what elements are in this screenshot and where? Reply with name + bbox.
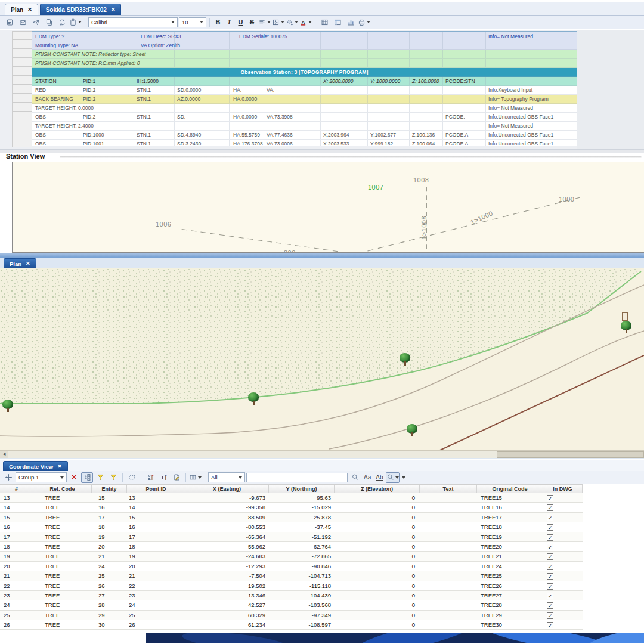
- spreadsheet-cell[interactable]: Info= Topography Program: [488, 95, 549, 104]
- coordinate-row[interactable]: 23TREE272313.346-104.4390TREE27✓: [0, 591, 583, 600]
- tree-icon[interactable]: [620, 321, 632, 336]
- coordinate-cell[interactable]: 13: [129, 493, 135, 503]
- row-header[interactable]: [12, 138, 32, 147]
- row-header[interactable]: [12, 31, 32, 40]
- coordinate-cell[interactable]: -62.764: [269, 542, 331, 552]
- spreadsheet-cell[interactable]: PID:1000: [83, 131, 104, 140]
- coordinate-cell[interactable]: TREE: [45, 503, 60, 512]
- row-header[interactable]: [12, 67, 32, 76]
- spreadsheet-cell[interactable]: VA:73.0006: [267, 140, 293, 146]
- tree-view-toggle[interactable]: [81, 472, 93, 483]
- tree-icon[interactable]: [399, 353, 411, 369]
- coordinate-cell[interactable]: 95.63: [269, 493, 331, 503]
- coordinate-row[interactable]: 26TREE302661.234-108.5970TREE30✓: [0, 620, 583, 630]
- group-select[interactable]: Group 1: [16, 472, 67, 482]
- spreadsheet-cell[interactable]: VA:: [267, 86, 274, 95]
- coordinate-cell[interactable]: 20: [4, 562, 10, 571]
- coordinate-cell[interactable]: 0: [335, 542, 415, 552]
- strikethrough-button[interactable]: S: [247, 18, 257, 26]
- filter-dwg-icon[interactable]: [107, 472, 119, 483]
- spreadsheet-cell[interactable]: OBS: [35, 140, 46, 146]
- spreadsheet-row[interactable]: Observation Station: 3 [TOPOGRAPHY PROGR…: [32, 68, 577, 77]
- coordinate-cell[interactable]: 29: [98, 611, 105, 620]
- coordinate-row[interactable]: 18TREE2018-55.962-62.7640TREE20✓: [0, 542, 583, 552]
- spreadsheet-cell[interactable]: PCODE:STN: [445, 77, 475, 86]
- in-dwg-checkbox[interactable]: ✓: [547, 504, 553, 511]
- coordinate-cell[interactable]: 0: [335, 493, 415, 503]
- row-header[interactable]: [12, 103, 32, 112]
- coordinate-cell[interactable]: -104.713: [269, 571, 331, 581]
- coordinate-cell[interactable]: -37.45: [269, 522, 331, 532]
- spreadsheet-cell[interactable]: PID:1: [83, 77, 95, 86]
- coordinate-cell[interactable]: 0: [335, 522, 415, 532]
- coordinate-cell[interactable]: 18: [129, 542, 135, 552]
- station-view-canvas[interactable]: 10061007100810001>10081>1000800: [12, 162, 644, 253]
- in-dwg-checkbox[interactable]: ✓: [547, 515, 553, 521]
- coordinate-cell[interactable]: TREE: [45, 600, 60, 610]
- spreadsheet-cell[interactable]: VA:73.3908: [267, 113, 293, 122]
- coordinate-cell[interactable]: 26: [4, 620, 10, 630]
- spreadsheet-cell[interactable]: STN:1: [137, 113, 151, 122]
- spreadsheet-cell[interactable]: Info= Not Measured: [488, 122, 533, 131]
- in-dwg-checkbox[interactable]: ✓: [547, 573, 553, 580]
- coordinate-cell[interactable]: -55.962: [185, 542, 265, 552]
- spreadsheet-cell[interactable]: STATION: [35, 77, 57, 86]
- coordinate-cell[interactable]: 30: [98, 620, 105, 630]
- spreadsheet-row[interactable]: OBSPID:1000STN:1SD:4.8940HA:55.5759VA:77…: [32, 131, 577, 140]
- in-dwg-checkbox[interactable]: ✓: [547, 553, 553, 560]
- coordinate-cell[interactable]: 21: [129, 571, 135, 581]
- coordinate-cell[interactable]: 0: [335, 581, 415, 591]
- coordinate-cell[interactable]: TREE21: [481, 552, 502, 561]
- spreadsheet-cell[interactable]: STN:1: [137, 95, 151, 104]
- coordinate-cell[interactable]: -25.878: [269, 513, 331, 522]
- coordinate-cell[interactable]: 18: [4, 542, 10, 552]
- spreadsheet-row[interactable]: STATIONPID:1IH:1.5000X: 2000.0000Y: 1000…: [32, 77, 577, 86]
- column-header[interactable]: Point ID: [127, 485, 185, 494]
- spreadsheet-cell[interactable]: TARGET HEIGHT: 2.4000: [35, 122, 94, 131]
- spreadsheet-cell[interactable]: RED: [35, 86, 46, 95]
- coordinate-cell[interactable]: TREE: [45, 542, 60, 552]
- whole-word-button[interactable]: Ab: [374, 474, 385, 481]
- coordinate-cell[interactable]: 18: [98, 522, 105, 532]
- spreadsheet-cell[interactable]: Info:Uncorrected OBS Face1: [488, 131, 553, 140]
- coordinate-cell[interactable]: 24: [4, 600, 10, 610]
- coordinate-cell[interactable]: 0: [335, 552, 415, 561]
- row-header[interactable]: [12, 120, 32, 129]
- spreadsheet-cell[interactable]: OBS: [35, 131, 46, 140]
- tab-plan-map[interactable]: Plan ✕: [4, 258, 36, 268]
- underline-button[interactable]: U: [236, 18, 246, 26]
- coordinate-cell[interactable]: 24: [129, 600, 135, 610]
- coordinate-cell[interactable]: TREE: [45, 532, 60, 542]
- font-family-select[interactable]: Calibri: [88, 17, 178, 27]
- column-header[interactable]: Y (Northing): [269, 485, 335, 494]
- close-icon[interactable]: ✕: [57, 463, 62, 469]
- in-dwg-checkbox[interactable]: ✓: [547, 495, 553, 501]
- spreadsheet-cell[interactable]: Info= Not Measured: [488, 104, 533, 113]
- coordinate-cell[interactable]: 0: [335, 571, 415, 581]
- coordinate-cell[interactable]: -65.364: [185, 532, 265, 542]
- spreadsheet-scroll-strip[interactable]: [0, 149, 644, 153]
- spreadsheet-row[interactable]: TARGET HEIGHT: 2.4000Info= Not Measured: [32, 122, 577, 131]
- send-icon[interactable]: [30, 17, 42, 27]
- spreadsheet-cell[interactable]: HA:0.0000: [233, 113, 257, 122]
- coordinate-row[interactable]: 13TREE1513-9.67395.630TREE15✓: [0, 493, 583, 503]
- italic-button[interactable]: I: [224, 18, 234, 26]
- in-dwg-checkbox[interactable]: ✓: [547, 593, 553, 599]
- in-dwg-checkbox[interactable]: ✓: [547, 544, 553, 550]
- in-dwg-checkbox[interactable]: ✓: [547, 622, 553, 628]
- coordinate-cell[interactable]: 26: [129, 620, 135, 630]
- match-case-button[interactable]: Aa: [362, 474, 373, 481]
- delete-group-button[interactable]: ✕: [68, 472, 80, 483]
- coordinate-cell[interactable]: 16: [129, 522, 135, 532]
- coordinate-cell[interactable]: TREE19: [481, 532, 502, 542]
- search-button[interactable]: [386, 472, 400, 483]
- coordinate-cell[interactable]: TREE: [45, 620, 60, 630]
- border-menu-icon[interactable]: [272, 17, 284, 27]
- coordinate-cell[interactable]: 21: [4, 571, 10, 581]
- export-icon[interactable]: [17, 17, 29, 27]
- spreadsheet-cell[interactable]: STN:1: [137, 131, 151, 140]
- coordinate-cell[interactable]: TREE30: [481, 620, 502, 630]
- tab-coordinate-view[interactable]: Coordinate View ✕: [3, 461, 68, 471]
- tab-plan[interactable]: Plan ✕: [5, 4, 38, 15]
- coordinate-cell[interactable]: 19: [98, 532, 105, 542]
